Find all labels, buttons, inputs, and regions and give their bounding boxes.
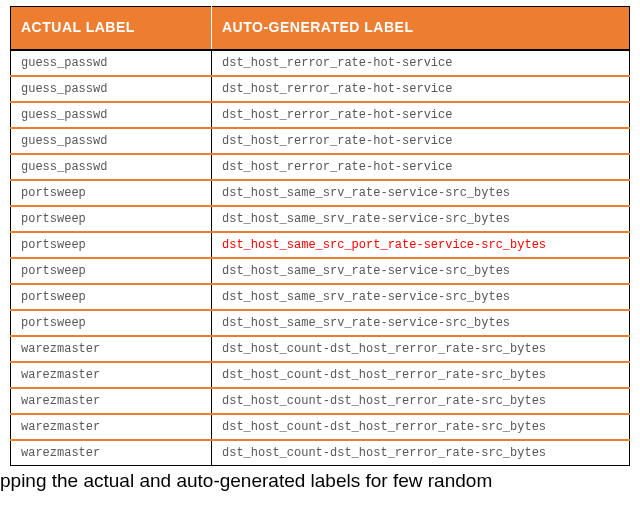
table-row: guess_passwddst_host_rerror_rate-hot-ser… bbox=[11, 76, 630, 102]
cell-actual-label: warezmaster bbox=[11, 336, 212, 362]
cell-actual-label: portsweep bbox=[11, 284, 212, 310]
cell-actual-label: portsweep bbox=[11, 258, 212, 284]
table-row: warezmasterdst_host_count-dst_host_rerro… bbox=[11, 362, 630, 388]
table-row: portsweepdst_host_same_srv_rate-service-… bbox=[11, 284, 630, 310]
cell-actual-label: warezmaster bbox=[11, 388, 212, 414]
label-mapping-table: ACTUAL LABEL AUTO-GENERATED LABEL guess_… bbox=[10, 6, 630, 466]
cell-auto-label: dst_host_same_srv_rate-service-src_bytes bbox=[212, 284, 630, 310]
figure-caption: pping the actual and auto-generated labe… bbox=[0, 470, 640, 492]
table-row: portsweepdst_host_same_srv_rate-service-… bbox=[11, 310, 630, 336]
cell-actual-label: guess_passwd bbox=[11, 102, 212, 128]
cell-auto-label: dst_host_same_src_port_rate-service-src_… bbox=[212, 232, 630, 258]
table-row: guess_passwddst_host_rerror_rate-hot-ser… bbox=[11, 128, 630, 154]
table-row: guess_passwddst_host_rerror_rate-hot-ser… bbox=[11, 50, 630, 76]
header-actual-label: ACTUAL LABEL bbox=[11, 7, 212, 51]
table-row: portsweepdst_host_same_src_port_rate-ser… bbox=[11, 232, 630, 258]
table-row: warezmasterdst_host_count-dst_host_rerro… bbox=[11, 414, 630, 440]
cell-actual-label: guess_passwd bbox=[11, 50, 212, 76]
table-row: warezmasterdst_host_count-dst_host_rerro… bbox=[11, 440, 630, 466]
cell-auto-label: dst_host_count-dst_host_rerror_rate-src_… bbox=[212, 414, 630, 440]
cell-actual-label: warezmaster bbox=[11, 414, 212, 440]
table-row: portsweepdst_host_same_srv_rate-service-… bbox=[11, 206, 630, 232]
cell-actual-label: portsweep bbox=[11, 310, 212, 336]
cell-actual-label: warezmaster bbox=[11, 362, 212, 388]
table-row: guess_passwddst_host_rerror_rate-hot-ser… bbox=[11, 154, 630, 180]
cell-auto-label: dst_host_same_srv_rate-service-src_bytes bbox=[212, 310, 630, 336]
table-header-row: ACTUAL LABEL AUTO-GENERATED LABEL bbox=[11, 7, 630, 51]
cell-actual-label: portsweep bbox=[11, 180, 212, 206]
cell-auto-label: dst_host_rerror_rate-hot-service bbox=[212, 102, 630, 128]
cell-actual-label: portsweep bbox=[11, 206, 212, 232]
cell-auto-label: dst_host_rerror_rate-hot-service bbox=[212, 128, 630, 154]
table-row: portsweepdst_host_same_srv_rate-service-… bbox=[11, 180, 630, 206]
cell-actual-label: guess_passwd bbox=[11, 128, 212, 154]
table-row: guess_passwddst_host_rerror_rate-hot-ser… bbox=[11, 102, 630, 128]
cell-actual-label: portsweep bbox=[11, 232, 212, 258]
cell-auto-label: dst_host_count-dst_host_rerror_rate-src_… bbox=[212, 388, 630, 414]
cell-auto-label: dst_host_same_srv_rate-service-src_bytes bbox=[212, 258, 630, 284]
cell-actual-label: warezmaster bbox=[11, 440, 212, 466]
cell-actual-label: guess_passwd bbox=[11, 154, 212, 180]
cell-auto-label: dst_host_same_srv_rate-service-src_bytes bbox=[212, 206, 630, 232]
table-row: warezmasterdst_host_count-dst_host_rerro… bbox=[11, 388, 630, 414]
cell-auto-label: dst_host_rerror_rate-hot-service bbox=[212, 76, 630, 102]
table-row: portsweepdst_host_same_srv_rate-service-… bbox=[11, 258, 630, 284]
cell-auto-label: dst_host_count-dst_host_rerror_rate-src_… bbox=[212, 440, 630, 466]
cell-auto-label: dst_host_count-dst_host_rerror_rate-src_… bbox=[212, 362, 630, 388]
table-body: guess_passwddst_host_rerror_rate-hot-ser… bbox=[11, 50, 630, 466]
header-auto-label: AUTO-GENERATED LABEL bbox=[212, 7, 630, 51]
table-row: warezmasterdst_host_count-dst_host_rerro… bbox=[11, 336, 630, 362]
cell-auto-label: dst_host_rerror_rate-hot-service bbox=[212, 50, 630, 76]
cell-actual-label: guess_passwd bbox=[11, 76, 212, 102]
cell-auto-label: dst_host_rerror_rate-hot-service bbox=[212, 154, 630, 180]
cell-auto-label: dst_host_same_srv_rate-service-src_bytes bbox=[212, 180, 630, 206]
cell-auto-label: dst_host_count-dst_host_rerror_rate-src_… bbox=[212, 336, 630, 362]
